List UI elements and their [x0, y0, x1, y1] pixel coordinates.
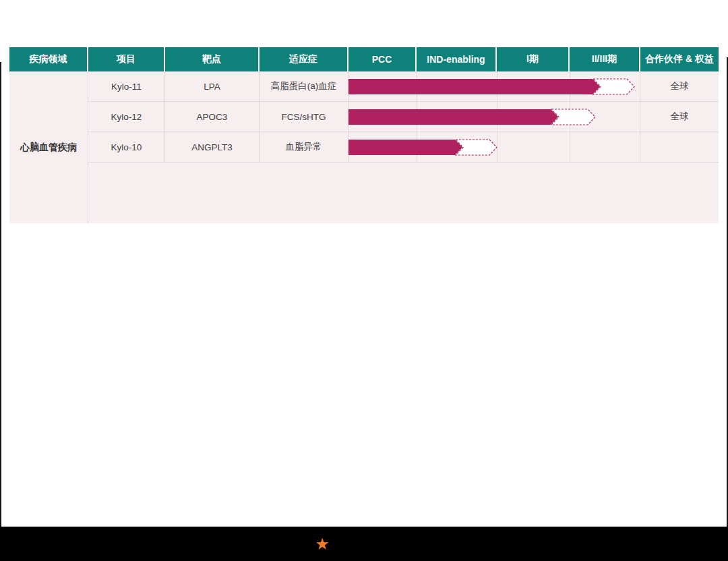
column-header: II/III期: [570, 47, 640, 71]
project-label: Kylo-12: [111, 112, 142, 122]
milestone-star-icon: ★: [315, 536, 330, 552]
partner-cell: 全球: [640, 102, 719, 132]
partner-cell: [640, 132, 719, 163]
stage-progress-cell: [348, 71, 640, 102]
disease-group: 心脑血管疾病Kylo-11LPA高脂蛋白(a)血症全球Kylo-12APOC3F…: [9, 71, 719, 223]
pipeline-table-body: 心脑血管疾病Kylo-11LPA高脂蛋白(a)血症全球Kylo-12APOC3F…: [9, 71, 719, 223]
partner-rights-label: 全球: [671, 111, 689, 123]
indication-cell: 血脂异常: [260, 132, 348, 163]
table-header: 疾病领域项目靶点适应症PCCIND-enablingI期II/III期合作伙伴 …: [9, 47, 719, 71]
indication-cell: 高脂蛋白(a)血症: [260, 71, 348, 102]
project-cell: Kylo-11: [88, 71, 165, 102]
project-cell: Kylo-12: [88, 102, 165, 132]
target-cell: LPA: [165, 71, 260, 102]
project-label: Kylo-10: [111, 142, 142, 152]
target-cell: ANGPLT3: [165, 132, 260, 163]
column-header: I期: [497, 47, 570, 71]
column-header: IND-enabling: [417, 47, 497, 71]
progress-bar: [348, 102, 640, 132]
project-cell: Kylo-10: [88, 132, 165, 163]
target-cell: APOC3: [165, 102, 260, 132]
project-label: Kylo-11: [111, 82, 142, 92]
column-header: 靶点: [165, 47, 260, 71]
pipeline-table: 疾病领域项目靶点适应症PCCIND-enablingI期II/III期合作伙伴 …: [9, 47, 719, 223]
progress-bar: [348, 71, 640, 102]
indication-cell: FCS/sHTG: [260, 102, 348, 132]
partner-cell: 全球: [640, 71, 719, 102]
pipeline-slide: 疾病领域项目靶点适应症PCCIND-enablingI期II/III期合作伙伴 …: [0, 0, 728, 561]
left-edge-line: [0, 62, 1, 527]
disease-area-label: 心脑血管疾病: [9, 71, 88, 223]
progress-bar: [348, 132, 640, 163]
column-header: 适应症: [260, 47, 348, 71]
partner-rights-label: 全球: [671, 80, 689, 92]
column-header: 疾病领域: [9, 47, 88, 71]
column-header: 项目: [88, 47, 165, 71]
column-header: PCC: [348, 47, 417, 71]
footer-legend-bar: ★: [0, 527, 728, 561]
china-flag-icon: [673, 140, 686, 154]
tasly-logo: [673, 140, 686, 154]
stage-progress-cell: [348, 102, 640, 132]
column-header: 合作伙伴 & 权益: [640, 47, 719, 71]
stage-progress-cell: [348, 132, 640, 163]
